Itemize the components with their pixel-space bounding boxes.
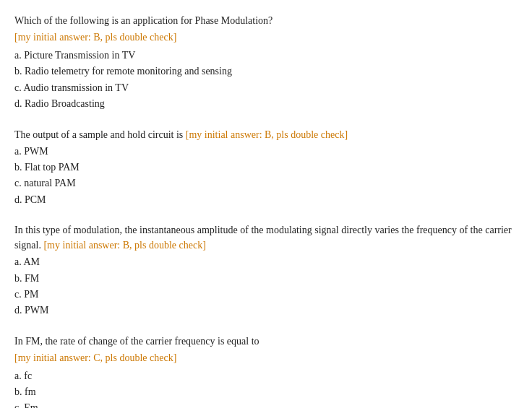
option-3b: b. FM [14,271,518,287]
question-1: Which of the following is an application… [14,13,518,113]
question-2-text: The output of a sample and hold circuit … [14,127,518,142]
option-1a: a. Picture Transmission in TV [14,48,518,64]
option-4c: c. Em [14,400,518,408]
option-2d: d. PCM [14,192,518,208]
option-1c: c. Audio transmission in TV [14,80,518,96]
question-4-text: In FM, the rate of change of the carrier… [14,334,518,349]
option-4b: b. fm [14,384,518,400]
option-3c: c. PM [14,287,518,303]
question-3-options: a. AM b. FM c. PM d. PWM [14,254,518,319]
question-3-answer: [my initial answer: B, pls double check] [43,240,205,251]
question-1-options: a. Picture Transmission in TV b. Radio t… [14,48,518,113]
question-1-answer: [my initial answer: B, pls double check] [14,30,518,45]
question-1-text: Which of the following is an application… [14,13,518,28]
question-2: The output of a sample and hold circuit … [14,127,518,209]
option-3d: d. PWM [14,303,518,318]
option-3a: a. AM [14,254,518,270]
option-2a: a. PWM [14,144,518,160]
question-3-text: In this type of modulation, the instanta… [14,222,518,253]
question-3: In this type of modulation, the instanta… [14,222,518,319]
option-4a: a. fc [14,368,518,384]
option-2c: c. natural PAM [14,175,518,191]
question-4: In FM, the rate of change of the carrier… [14,334,518,408]
question-4-options: a. fc b. fm c. Em d. Ec [14,368,518,408]
question-2-answer: [my initial answer: B, pls double check] [186,129,348,140]
question-4-answer: [my initial answer: C, pls double check] [14,350,518,365]
option-2b: b. Flat top PAM [14,160,518,175]
question-2-options: a. PWM b. Flat top PAM c. natural PAM d.… [14,144,518,209]
option-1d: d. Radio Broadcasting [14,96,518,112]
option-1b: b. Radio telemetry for remote monitoring… [14,64,518,79]
